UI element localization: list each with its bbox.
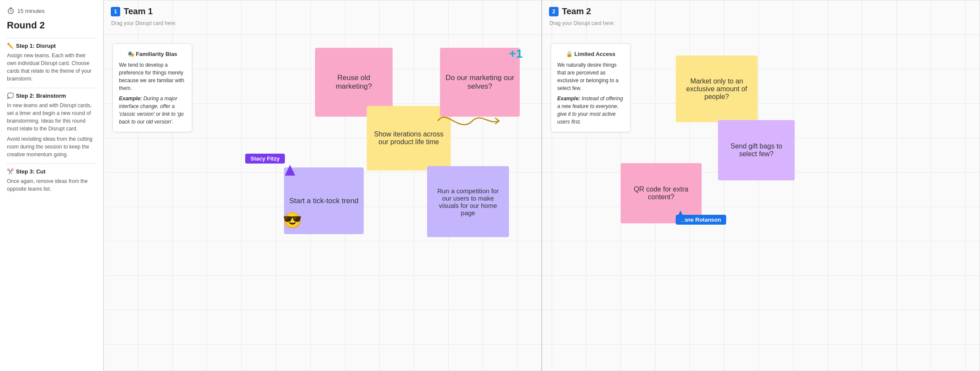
team1-badge: 1 <box>111 7 120 16</box>
step1-icon: ✏️ <box>7 43 14 49</box>
timer-label: 15 minutes <box>17 8 45 14</box>
team2-header: 2 Team 2 <box>542 0 980 20</box>
team1-sticky-2[interactable]: Show iterations across our product life … <box>367 106 451 170</box>
team1-name: Team 1 <box>124 6 153 16</box>
svg-marker-1 <box>285 165 295 176</box>
team1-sticky-3[interactable]: Do our marketing our selves? <box>440 48 520 117</box>
team2-disrupt-card[interactable]: 🔒 Limited Access We naturally desire thi… <box>551 43 630 132</box>
team2-sticky-2[interactable]: Send gift bags to select few? <box>718 120 795 180</box>
team1-card-example: Example: During a major interface change… <box>119 95 186 126</box>
team2-panel: 2 Team 2 Drag your Disrupt card here: 🔒 … <box>542 0 980 371</box>
step1-body: Assign new teams. Each with their own in… <box>7 52 96 83</box>
svg-marker-2 <box>675 210 686 221</box>
step2-title: 💭 Step 2: Brainstorm <box>7 93 96 99</box>
step3-icon: ✂️ <box>7 168 14 175</box>
step2-icon: 💭 <box>7 93 14 99</box>
sidebar: 15 minutes Round 2 ✏️ Step 1: Disrupt As… <box>0 0 103 371</box>
team1-user-badge: Stacy Fitzy <box>245 154 285 164</box>
team1-header: 1 Team 1 <box>104 0 541 20</box>
team2-name: Team 2 <box>562 6 591 16</box>
team1-card-title: 🎭 Familiarity Bias <box>119 50 186 59</box>
team1-drop-label[interactable]: Drag your Disrupt card here: <box>104 20 541 30</box>
team1-sticky-5[interactable]: Run a competition for our users to make … <box>427 166 509 237</box>
team1-disrupt-card[interactable]: 🎭 Familiarity Bias We tend to develop a … <box>112 43 192 132</box>
step3-body: Once again, remove ideas from the opposi… <box>7 177 96 193</box>
team2-drop-label[interactable]: Drag your Disrupt card here: <box>542 20 980 30</box>
main-canvas: 1 Team 1 Drag your Disrupt card here: 🎭 … <box>103 0 980 371</box>
step2-body: In new teams and with Disrupt cards, set… <box>7 102 96 158</box>
team2-sticky-1[interactable]: Market only to an exclusive amount of pe… <box>676 56 758 122</box>
stacy-cursor <box>285 165 298 177</box>
team1-emoji: 😎 <box>283 211 302 229</box>
team1-panel: 1 Team 1 Drag your Disrupt card here: 🎭 … <box>103 0 542 371</box>
team2-sticky-3[interactable]: QR code for extra content? <box>621 163 702 223</box>
teams-container: 1 Team 1 Drag your Disrupt card here: 🎭 … <box>103 0 980 371</box>
team2-badge: 2 <box>549 7 559 16</box>
step2-section: 💭 Step 2: Brainstorm In new teams and wi… <box>7 88 96 158</box>
step3-title: ✂️ Step 3: Cut <box>7 168 96 175</box>
team1-card-body: We tend to develop a preference for thin… <box>119 61 186 92</box>
step1-title: ✏️ Step 1: Disrupt <box>7 43 96 49</box>
team1-plus-badge: +1 <box>509 47 523 61</box>
timer-row: 15 minutes <box>7 7 96 15</box>
team2-card-title: 🔒 Limited Access <box>557 50 624 59</box>
team2-card-body: We naturally desire things that are perc… <box>557 61 624 92</box>
team2-card-example: Example: Instead of offering a new featu… <box>557 95 624 126</box>
timer-icon <box>7 7 15 15</box>
step3-section: ✂️ Step 3: Cut Once again, remove ideas … <box>7 164 96 193</box>
round-title: Round 2 <box>7 20 96 31</box>
jane-cursor <box>673 210 686 223</box>
step1-section: ✏️ Step 1: Disrupt Assign new teams. Eac… <box>7 38 96 83</box>
